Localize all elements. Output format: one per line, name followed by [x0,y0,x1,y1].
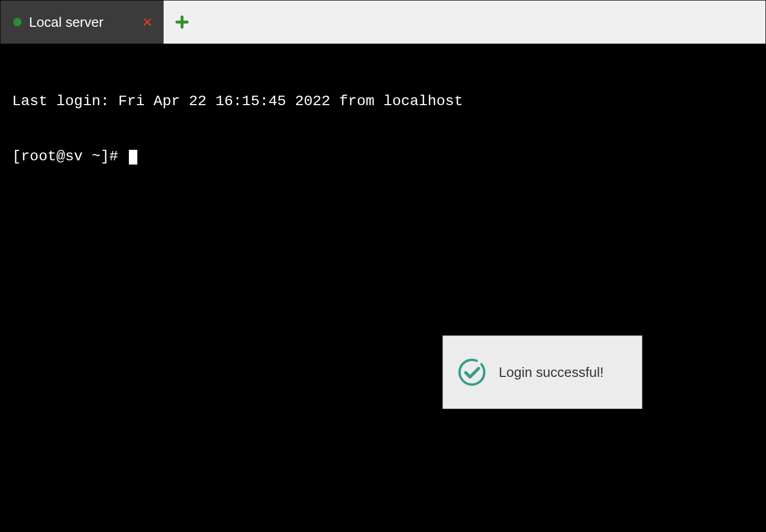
terminal-cursor [129,150,137,165]
svg-point-4 [457,357,487,387]
new-tab-button[interactable] [164,1,200,44]
toast-notification: Login successful! [442,335,642,409]
plus-icon [175,15,189,29]
checkmark-circle-icon [457,357,487,387]
tab-bar: Local server [1,1,765,44]
tab-local-server[interactable]: Local server [1,1,164,44]
tab-title: Local server [29,14,122,30]
terminal-prompt: [root@sv ~]# [12,148,127,165]
terminal-prompt-line: [root@sv ~]# [12,147,754,166]
app-window: Local server Last login: Fri Apr 22 16:1… [0,0,766,532]
toast-message: Login successful! [499,364,603,381]
status-dot-icon [13,18,22,26]
close-tab-button[interactable] [142,16,153,28]
terminal-output-line: Last login: Fri Apr 22 16:15:45 2022 fro… [12,92,754,110]
close-icon [143,17,152,27]
terminal-pane[interactable]: Last login: Fri Apr 22 16:15:45 2022 fro… [1,44,765,531]
